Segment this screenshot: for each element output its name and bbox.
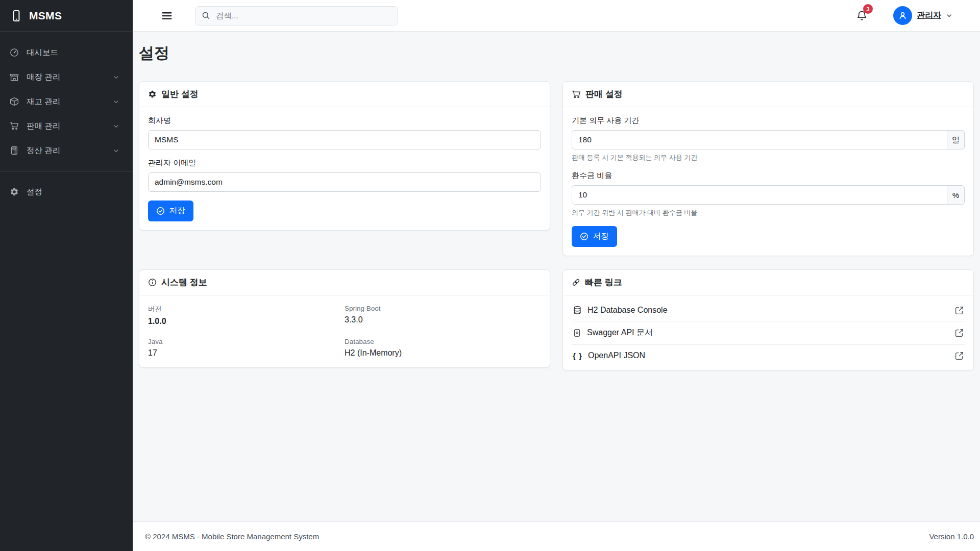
info-label: Java bbox=[148, 338, 345, 345]
sidebar-item-label: 매장 관리 bbox=[27, 72, 60, 83]
sidebar-item-settings[interactable]: 설정 bbox=[0, 180, 133, 204]
hamburger-icon bbox=[161, 10, 173, 21]
topbar: 3 관리자 bbox=[133, 0, 980, 32]
search-icon bbox=[202, 11, 210, 20]
general-settings-card: 일반 설정 회사명 관리자 이메일 bbox=[139, 81, 550, 231]
avatar bbox=[893, 6, 912, 25]
gear-icon bbox=[148, 90, 157, 98]
info-item-version: 버전 1.0.0 bbox=[148, 305, 345, 326]
phone-icon bbox=[10, 10, 22, 22]
info-item-springboot: Spring Boot 3.3.0 bbox=[345, 305, 541, 326]
usage-period-label: 기본 의무 사용 기간 bbox=[572, 116, 965, 126]
main-content: 설정 일반 설정 회사명 bbox=[133, 32, 980, 521]
sales-settings-header: 판매 설정 bbox=[563, 82, 973, 107]
card-title: 시스템 정보 bbox=[161, 277, 207, 288]
system-info-card: 시스템 정보 버전 1.0.0 Spring Boot 3.3.0 Ja bbox=[139, 269, 550, 368]
sidebar-item-settlement[interactable]: 정산 관리 bbox=[0, 138, 133, 163]
refund-rate-unit: % bbox=[947, 185, 965, 205]
company-name-label: 회사명 bbox=[148, 116, 541, 126]
save-button-label: 저장 bbox=[169, 206, 185, 216]
footer: © 2024 MSMS - Mobile Store Management Sy… bbox=[133, 521, 980, 551]
refund-rate-input[interactable] bbox=[572, 185, 947, 205]
store-icon bbox=[10, 72, 19, 82]
external-link-icon bbox=[955, 329, 964, 337]
sidebar-toggle-button[interactable] bbox=[161, 10, 173, 21]
footer-version: Version 1.0.0 bbox=[929, 532, 974, 541]
usage-period-unit: 일 bbox=[947, 130, 965, 149]
user-dropdown[interactable]: 관리자 bbox=[893, 6, 952, 25]
info-label: 버전 bbox=[148, 305, 345, 314]
refund-rate-help: 의무 기간 위반 시 판매가 대비 환수금 비율 bbox=[572, 208, 965, 217]
info-value: H2 (In-Memory) bbox=[345, 348, 541, 358]
notification-badge: 3 bbox=[863, 4, 873, 14]
user-name: 관리자 bbox=[917, 10, 941, 21]
sidebar-item-label: 판매 관리 bbox=[27, 121, 60, 132]
sidebar-item-inventory[interactable]: 재고 관리 bbox=[0, 89, 133, 114]
sidebar-item-stores[interactable]: 매장 관리 bbox=[0, 65, 133, 89]
link-h2-console[interactable]: H2 Database Console bbox=[572, 299, 965, 321]
quick-links-header: 빠른 링크 bbox=[563, 270, 973, 295]
link-label: Swagger API 문서 bbox=[587, 328, 653, 338]
footer-copyright: © 2024 MSMS - Mobile Store Management Sy… bbox=[145, 532, 319, 541]
info-value: 1.0.0 bbox=[148, 317, 345, 326]
info-item-java: Java 17 bbox=[148, 338, 345, 358]
info-label: Spring Boot bbox=[345, 305, 541, 312]
refund-rate-label: 환수금 비율 bbox=[572, 171, 965, 181]
brand-name: MSMS bbox=[29, 10, 62, 22]
braces-icon: { } bbox=[573, 352, 582, 360]
sidebar-item-dashboard[interactable]: 대시보드 bbox=[0, 40, 133, 65]
sidebar-nav: 대시보드 매장 관리 재고 관리 bbox=[0, 32, 133, 204]
notifications-button[interactable]: 3 bbox=[856, 10, 867, 21]
chevron-down-icon bbox=[113, 147, 119, 154]
page-title: 설정 bbox=[139, 43, 974, 64]
general-settings-header: 일반 설정 bbox=[139, 82, 550, 107]
external-link-icon bbox=[955, 306, 964, 315]
admin-email-input[interactable] bbox=[148, 172, 541, 192]
refund-rate-group: % bbox=[572, 185, 965, 205]
link-label: H2 Database Console bbox=[587, 306, 668, 315]
usage-period-help: 판매 등록 시 기본 적용되는 의무 사용 기간 bbox=[572, 153, 965, 162]
info-value: 3.3.0 bbox=[345, 315, 541, 324]
link-icon bbox=[572, 278, 580, 287]
link-label: OpenAPI JSON bbox=[588, 351, 645, 360]
info-label: Database bbox=[345, 338, 541, 345]
speedometer-icon bbox=[10, 48, 19, 57]
search-box bbox=[195, 6, 398, 26]
calculator-icon bbox=[10, 146, 19, 155]
database-icon bbox=[573, 306, 582, 315]
link-openapi-json[interactable]: { } OpenAPI JSON bbox=[572, 345, 965, 366]
admin-email-label: 관리자 이메일 bbox=[148, 158, 541, 168]
chevron-down-icon bbox=[946, 12, 952, 19]
sidebar-divider bbox=[0, 171, 133, 171]
box-icon bbox=[10, 97, 19, 106]
general-save-button[interactable]: 저장 bbox=[148, 201, 193, 221]
check-circle-icon bbox=[580, 232, 589, 241]
info-item-database: Database H2 (In-Memory) bbox=[345, 338, 541, 358]
quick-links-card: 빠른 링크 H2 Database Console bbox=[562, 269, 974, 371]
search-input[interactable] bbox=[216, 11, 391, 20]
sidebar-item-label: 대시보드 bbox=[27, 47, 58, 58]
gear-icon bbox=[10, 187, 19, 196]
info-value: 17 bbox=[148, 348, 345, 358]
sales-settings-card: 판매 설정 기본 의무 사용 기간 일 판매 등록 시 기본 적용되는 의무 사… bbox=[562, 81, 974, 256]
chevron-down-icon bbox=[113, 74, 119, 81]
brand-logo[interactable]: MSMS bbox=[0, 0, 133, 32]
save-button-label: 저장 bbox=[593, 231, 609, 242]
sales-save-button[interactable]: 저장 bbox=[572, 226, 617, 247]
cart-icon bbox=[572, 90, 581, 99]
sidebar-item-label: 설정 bbox=[27, 187, 42, 197]
cart-icon bbox=[10, 121, 19, 131]
chevron-down-icon bbox=[113, 123, 119, 130]
card-title: 빠른 링크 bbox=[585, 277, 622, 288]
usage-period-input[interactable] bbox=[572, 130, 947, 149]
link-swagger-docs[interactable]: Swagger API 문서 bbox=[572, 321, 965, 345]
sidebar-item-sales[interactable]: 판매 관리 bbox=[0, 114, 133, 138]
chevron-down-icon bbox=[113, 98, 119, 105]
sidebar: MSMS 대시보드 매장 관리 bbox=[0, 0, 133, 551]
usage-period-group: 일 bbox=[572, 130, 965, 149]
card-title: 판매 설정 bbox=[585, 88, 623, 100]
system-info-header: 시스템 정보 bbox=[139, 270, 550, 295]
company-name-input[interactable] bbox=[148, 130, 541, 149]
card-title: 일반 설정 bbox=[161, 88, 199, 100]
sidebar-item-label: 정산 관리 bbox=[27, 145, 60, 156]
